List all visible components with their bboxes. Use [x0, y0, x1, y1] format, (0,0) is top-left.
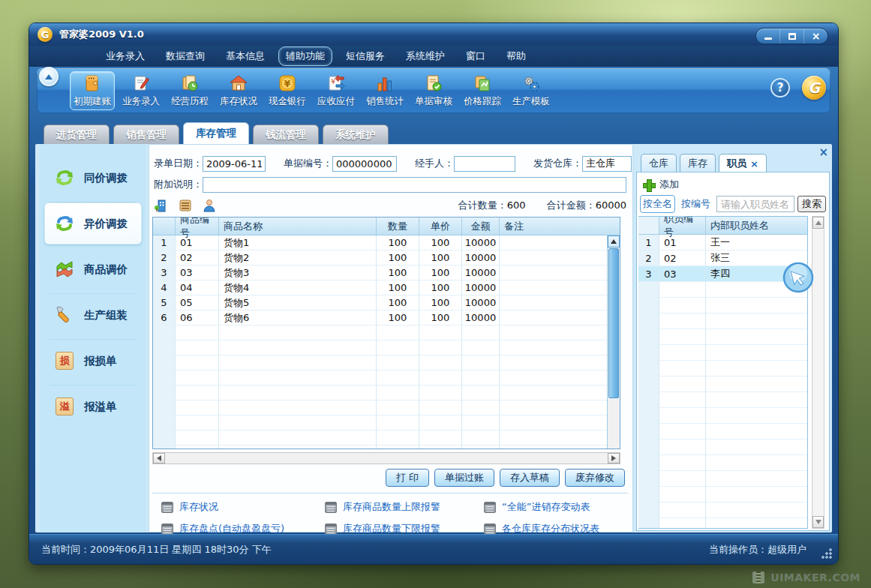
maximize-button[interactable] [779, 28, 803, 44]
tool-inventory-status[interactable]: 库存状况 [216, 71, 261, 110]
picker-tab-warehouse[interactable]: 仓库 [641, 154, 677, 172]
staff-row-empty[interactable] [638, 471, 807, 487]
tab-sales-management[interactable]: 销售管理 [113, 124, 179, 144]
toolbar-collapse-button[interactable] [39, 67, 59, 86]
menu-item-window[interactable]: 窗口 [458, 46, 493, 66]
col-header-price[interactable]: 单价 [419, 218, 462, 235]
sidebar-item-goods-reprice[interactable]: 商品调价 [44, 248, 142, 290]
staff-row-empty[interactable] [638, 487, 807, 502]
sidebar-item-same-price-transfer[interactable]: 同价调拨 [44, 157, 142, 199]
goods-picker-icon[interactable] [178, 198, 193, 213]
scroll-thumb[interactable] [608, 248, 619, 398]
scroll-up-button[interactable] [812, 217, 824, 229]
help-icon[interactable]: ? [770, 78, 790, 98]
filter-by-name[interactable]: 按全名 [640, 195, 675, 213]
table-row[interactable]: 505货物510010010000 [153, 296, 607, 310]
scroll-down-button[interactable] [812, 516, 824, 528]
staff-row-empty[interactable] [638, 424, 807, 440]
col-header-note[interactable]: 备注 [500, 218, 620, 235]
staff-row-empty[interactable] [638, 518, 807, 529]
tool-business-entry[interactable]: 业务录入 [119, 71, 164, 110]
picker-tab-inventory[interactable]: 库存 [680, 154, 716, 172]
table-row[interactable]: 202货物210010010000 [153, 250, 607, 266]
tab-cashflow-management[interactable]: 钱流管理 [253, 124, 319, 144]
table-row[interactable]: 606货物610010010000 [153, 310, 607, 326]
table-row-empty[interactable] [153, 430, 607, 446]
link-omni-flow-report[interactable]: “全能”进销存变动表 [484, 500, 628, 514]
staff-row-empty[interactable] [638, 298, 807, 314]
tab-inventory-management[interactable]: 库存管理 [183, 122, 249, 144]
tool-history[interactable]: 经营历程 [167, 71, 212, 110]
tab-system-maintenance[interactable]: 系统维护 [323, 124, 389, 144]
date-input[interactable] [203, 156, 266, 172]
items-table-vscrollbar[interactable] [607, 236, 620, 449]
col-header-item-code[interactable]: 商品编号 [176, 218, 219, 235]
tool-price-tracking[interactable]: 价格跟踪 [460, 71, 505, 110]
table-row-empty[interactable] [153, 356, 607, 370]
sidebar-item-loss-note[interactable]: 损 报损单 [44, 340, 142, 382]
col-header-item-name[interactable]: 商品名称 [219, 218, 377, 235]
col-header-amount[interactable]: 金额 [462, 218, 500, 235]
menu-item-basic-info[interactable]: 基本信息 [218, 46, 272, 66]
staff-row-empty[interactable] [638, 282, 807, 298]
close-button[interactable]: × [803, 28, 827, 44]
scroll-down-button[interactable] [608, 448, 620, 449]
tool-receivable-payable[interactable]: ¥ 应收应付 [314, 71, 359, 110]
col-header-staff-name[interactable]: 内部职员姓名 [706, 217, 807, 234]
col-header-qty[interactable]: 数量 [377, 218, 419, 235]
staff-table-vscrollbar[interactable] [812, 216, 824, 529]
col-header-staff-code[interactable]: 职员编号 [659, 217, 706, 234]
staff-row-empty[interactable] [638, 314, 807, 329]
scroll-right-button[interactable] [608, 453, 620, 464]
tab-close-icon[interactable]: × [750, 158, 758, 170]
tool-cash-bank[interactable]: ¥ 现金银行 [265, 71, 310, 110]
items-table-hscrollbar[interactable] [152, 452, 620, 464]
sidebar-item-diff-price-transfer[interactable]: 异价调拨 [44, 202, 142, 244]
staff-row-empty[interactable] [638, 392, 807, 408]
voucher-number-input[interactable] [332, 156, 397, 172]
link-upper-limit-alert[interactable]: 库存商品数量上限报警 [325, 500, 484, 514]
menu-item-business-entry[interactable]: 业务录入 [98, 46, 152, 66]
table-row[interactable]: 101货物110010010000 [153, 236, 607, 250]
tool-voucher-audit[interactable]: 单据审核 [411, 71, 456, 110]
picker-tab-staff[interactable]: 职员× [719, 154, 767, 172]
warehouse-input[interactable] [582, 156, 632, 172]
scroll-left-button[interactable] [153, 453, 165, 464]
staff-row-empty[interactable] [638, 440, 807, 455]
filter-by-code[interactable]: 按编号 [678, 195, 713, 213]
table-row-empty[interactable] [153, 446, 607, 449]
staff-search-input[interactable] [716, 196, 794, 212]
title-bar[interactable]: G 管家婆2009 V1.0 × [29, 23, 838, 46]
table-row-empty[interactable] [153, 416, 607, 430]
discard-changes-button[interactable]: 废弃修改 [565, 469, 625, 487]
sidebar-item-production-assembly[interactable]: 生产组装 [44, 294, 142, 336]
warehouse-picker-icon[interactable] [154, 198, 169, 213]
search-button[interactable]: 搜索 [797, 196, 826, 212]
staff-row[interactable]: 101王一 [638, 235, 807, 250]
tool-production-template[interactable]: 生产模板 [509, 71, 554, 110]
menu-item-help[interactable]: 帮助 [499, 46, 533, 66]
print-button[interactable]: 打 印 [386, 469, 429, 487]
tool-initial-ledger[interactable]: 初期建账 [70, 71, 115, 110]
staff-row-empty[interactable] [638, 408, 807, 424]
table-row-empty[interactable] [153, 326, 607, 340]
menu-item-data-query[interactable]: 数据查询 [158, 46, 212, 66]
staff-row-empty[interactable] [638, 345, 807, 361]
panel-close-icon[interactable]: × [818, 146, 828, 159]
link-inventory-status[interactable]: 库存状况 [161, 500, 325, 514]
staff-row-selected[interactable]: 303李四 [638, 266, 807, 282]
staff-row-empty[interactable] [638, 329, 807, 345]
menu-item-system-maintenance[interactable]: 系统维护 [398, 46, 452, 66]
menu-item-sms-service[interactable]: 短信服务 [338, 46, 392, 66]
staff-picker-icon[interactable] [202, 198, 217, 213]
table-row[interactable]: 404货物410010010000 [153, 280, 607, 296]
staff-row[interactable]: 202张三 [638, 250, 807, 266]
tab-purchase-management[interactable]: 进货管理 [44, 124, 110, 144]
table-row-empty[interactable] [153, 370, 607, 386]
sidebar-item-surplus-note[interactable]: 溢 报溢单 [44, 386, 142, 428]
handler-input[interactable] [454, 156, 515, 172]
minimize-button[interactable] [756, 28, 779, 44]
extra-note-input[interactable] [203, 177, 626, 193]
add-staff-button[interactable]: 添加 [643, 177, 679, 192]
tool-sales-stats[interactable]: 销售统计 [362, 71, 407, 110]
